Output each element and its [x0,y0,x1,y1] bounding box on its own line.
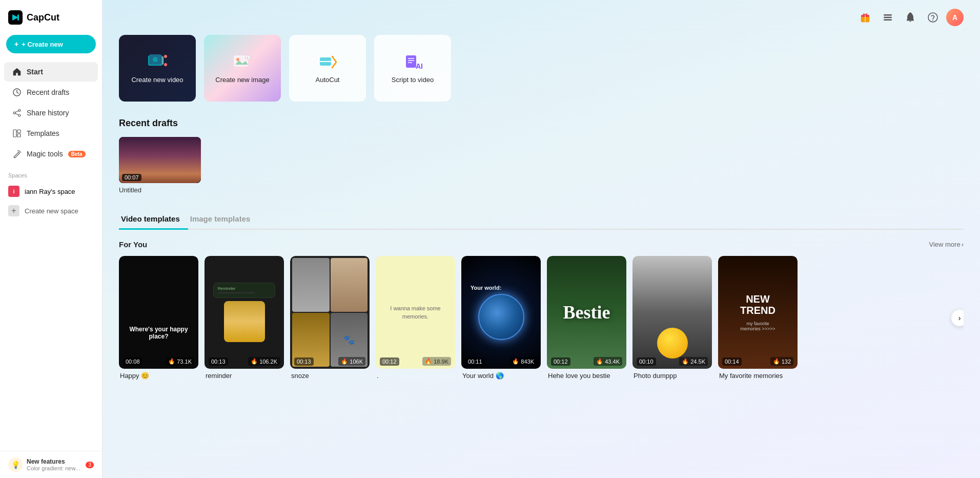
template-card[interactable]: 00:10 🔥 24.5K Photo dumppp [632,256,712,380]
drafts-row: 00:07 Untitled [119,137,964,194]
template-thumbnail: newTREND my favoritememories >>>>> 00:14… [718,256,798,369]
chevron-right-icon: › [962,241,964,248]
view-more-button[interactable]: View more › [929,241,964,248]
user-avatar[interactable]: A [946,9,964,26]
svg-point-20 [932,20,933,21]
draft-name: Untitled [119,186,201,194]
sidebar-label-templates: Templates [27,129,59,137]
sidebar-item-recent-drafts[interactable]: Recent drafts [4,83,98,102]
space-name: iann Ray's space [25,188,75,195]
sidebar-label-share-history: Share history [27,109,69,117]
template-card[interactable]: Reminder 00:13 🔥 106.2K reminder [205,256,284,380]
template-name: reminder [205,372,284,380]
create-image-card[interactable]: + Create new image [204,35,281,102]
template-card[interactable]: Bestie 00:12 🔥 43.4K Hehe love you besti… [547,256,626,380]
template-text-overlay: Where's your happy place? [125,326,192,340]
templates-next-button[interactable]: › [951,310,964,326]
fire-icon: 🔥 [168,358,175,365]
fire-icon: 🔥 [251,358,258,365]
template-name: My favorite memories [718,372,798,380]
tab-video-templates[interactable]: Video templates [119,210,188,230]
template-thumbnail: Where's your happy place? 00:08 🔥 73.1K [119,256,198,369]
new-features-badge: 3 [86,462,94,468]
svg-rect-10 [17,134,21,137]
draft-thumbnail: 00:07 [119,137,201,183]
for-you-label: For You [119,240,147,249]
recent-drafts-title: Recent drafts [119,118,964,129]
template-likes: 🔥 106.2K [248,357,280,366]
notification-icon-button[interactable] [901,8,920,27]
plus-icon: + [14,40,18,48]
template-thumbnail: Bestie 00:12 🔥 43.4K [547,256,626,369]
svg-point-26 [164,63,167,66]
sidebar-item-start[interactable]: Start [4,62,98,82]
autocut-card[interactable]: AutoCut [289,35,366,102]
fire-icon: 🔥 [425,358,432,365]
sidebar-item-magic-tools[interactable]: Magic tools Beta [4,144,98,164]
view-more-label: View more [929,241,960,248]
draft-card[interactable]: 00:07 Untitled [119,137,201,194]
svg-point-3 [18,109,21,111]
script-to-video-card[interactable]: AI Script to video [374,35,451,102]
create-new-label: + Create new [22,41,63,48]
svg-rect-1 [17,14,19,21]
template-duration: 00:14 [722,357,742,366]
tab-image-templates[interactable]: Image templates [188,210,259,230]
menu-bars-icon-button[interactable] [879,8,897,27]
for-you-section-header: For You View more › [119,240,964,249]
template-card[interactable]: 🐾 00:13 🔥 106K snoze [290,256,370,380]
template-duration: 00:11 [465,357,485,366]
template-name: Happy 😊 [119,372,198,380]
template-likes: 🔥 843K [509,357,537,366]
create-space-label: Create new space [25,207,78,215]
create-new-button[interactable]: + + Create new [6,35,96,53]
svg-point-23 [153,57,158,62]
template-card[interactable]: newTREND my favoritememories >>>>> 00:14… [718,256,798,380]
create-video-card[interactable]: Create new video [119,35,196,102]
template-duration: 00:12 [551,357,570,366]
template-card[interactable]: Your world: 00:11 🔥 843K Your world 🌎 [461,256,541,380]
template-duration: 00:10 [637,357,656,366]
svg-text:+: + [247,56,249,59]
template-duration: 00:12 [380,357,399,366]
template-card[interactable]: I wanna make some memories. 00:12 🔥 18.9… [376,256,455,380]
autocut-icon [318,53,337,71]
capcut-logo-icon [8,10,23,25]
template-duration: 00:08 [123,357,142,366]
clock-icon [12,88,22,97]
new-features-banner[interactable]: 💡 New features Color gradient: new... 3 [0,451,102,478]
template-card[interactable]: Where's your happy place? 00:08 🔥 73.1K … [119,256,198,380]
draft-duration: 00:07 [122,174,141,181]
svg-rect-9 [17,130,21,133]
svg-rect-15 [884,14,892,16]
template-overlay-text: I wanna make some memories. [384,304,447,321]
sidebar-item-create-space[interactable]: + Create new space [0,201,102,221]
svg-line-6 [15,111,18,112]
template-thumbnail: Your world: 00:11 🔥 843K [461,256,541,369]
template-thumbnail: I wanna make some memories. 00:12 🔥 18.9… [376,256,455,369]
svg-rect-24 [162,56,164,65]
sidebar: CapCut + + Create new Start Recent draft… [0,0,103,478]
template-likes: 🔥 106K [338,357,365,366]
sidebar-item-iann-space[interactable]: i iann Ray's space [0,182,102,201]
create-video-icon [147,53,168,71]
svg-rect-8 [13,130,16,137]
app-name: CapCut [27,12,59,23]
fire-icon: 🔥 [682,358,689,365]
gift-icon-button[interactable] [856,8,874,27]
sidebar-item-templates[interactable]: Templates [4,124,98,143]
template-duration: 00:13 [294,357,314,366]
new-features-title: New features [27,458,80,465]
svg-rect-32 [406,55,416,68]
svg-rect-16 [884,17,892,18]
svg-point-4 [13,112,15,114]
help-icon-button[interactable] [924,8,942,27]
template-world-text: Your world: [466,285,501,291]
svg-rect-18 [907,19,914,21]
create-image-label: Create new image [215,76,270,84]
sidebar-item-share-history[interactable]: Share history [4,103,98,123]
add-space-icon: + [8,205,19,216]
create-video-label: Create new video [131,76,183,84]
svg-point-5 [18,114,21,116]
sidebar-label-magic-tools: Magic tools [27,150,63,158]
